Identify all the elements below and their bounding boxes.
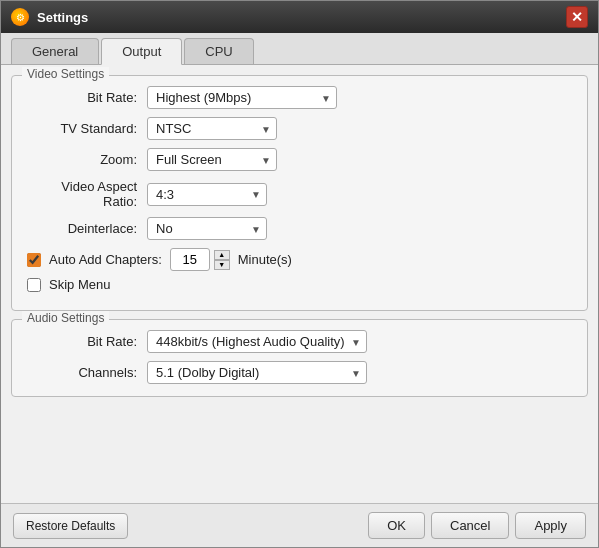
bit-rate-label: Bit Rate:	[27, 90, 147, 105]
content-spacer	[11, 405, 588, 493]
skip-menu-row: Skip Menu	[27, 277, 572, 292]
audio-bit-rate-row: Bit Rate: 448kbit/s (Highest Audio Quali…	[27, 330, 572, 353]
bit-rate-row: Bit Rate: Highest (9Mbps) High (7Mbps) M…	[27, 86, 572, 109]
audio-settings-title: Audio Settings	[22, 311, 109, 325]
close-button[interactable]: ✕	[566, 6, 588, 28]
aspect-ratio-select[interactable]: 4:3 16:9 Auto	[147, 183, 267, 206]
chapters-value-input[interactable]	[170, 248, 210, 271]
zoom-label: Zoom:	[27, 152, 147, 167]
video-settings-section: Video Settings Bit Rate: Highest (9Mbps)…	[11, 75, 588, 311]
footer: Restore Defaults OK Cancel Apply	[1, 503, 598, 547]
restore-defaults-button[interactable]: Restore Defaults	[13, 513, 128, 539]
ok-button[interactable]: OK	[368, 512, 425, 539]
skip-menu-checkbox[interactable]	[27, 278, 41, 292]
tv-standard-row: TV Standard: NTSC PAL SECAM	[27, 117, 572, 140]
deinterlace-label: Deinterlace:	[27, 221, 147, 236]
chapters-spinner: ▲ ▼	[214, 250, 230, 270]
window-title: Settings	[37, 10, 566, 25]
zoom-select[interactable]: Full Screen Original Fit to Screen	[147, 148, 277, 171]
audio-settings-section: Audio Settings Bit Rate: 448kbit/s (High…	[11, 319, 588, 397]
audio-bit-rate-label: Bit Rate:	[27, 334, 147, 349]
settings-window: ⚙ Settings ✕ General Output CPU Video Se…	[0, 0, 599, 548]
tv-standard-label: TV Standard:	[27, 121, 147, 136]
video-settings-title: Video Settings	[22, 67, 109, 81]
tab-bar: General Output CPU	[1, 33, 598, 65]
audio-bit-rate-control: 448kbit/s (Highest Audio Quality) 384kbi…	[147, 330, 367, 353]
tab-general[interactable]: General	[11, 38, 99, 64]
channels-control: 5.1 (Dolby Digital) 2.0 (Stereo) 1.0 (Mo…	[147, 361, 367, 384]
audio-bit-rate-select[interactable]: 448kbit/s (Highest Audio Quality) 384kbi…	[147, 330, 367, 353]
tv-standard-select[interactable]: NTSC PAL SECAM	[147, 117, 277, 140]
app-icon: ⚙	[11, 8, 29, 26]
channels-row: Channels: 5.1 (Dolby Digital) 2.0 (Stere…	[27, 361, 572, 384]
skip-menu-label: Skip Menu	[49, 277, 110, 292]
zoom-control: Full Screen Original Fit to Screen	[147, 148, 277, 171]
main-content: Video Settings Bit Rate: Highest (9Mbps)…	[1, 65, 598, 503]
bit-rate-select[interactable]: Highest (9Mbps) High (7Mbps) Medium (5Mb…	[147, 86, 337, 109]
auto-add-chapters-row: Auto Add Chapters: ▲ ▼ Minute(s)	[27, 248, 572, 271]
tab-cpu[interactable]: CPU	[184, 38, 253, 64]
chapters-unit: Minute(s)	[238, 252, 292, 267]
title-bar: ⚙ Settings ✕	[1, 1, 598, 33]
deinterlace-row: Deinterlace: No Yes	[27, 217, 572, 240]
tab-output[interactable]: Output	[101, 38, 182, 65]
footer-actions: OK Cancel Apply	[368, 512, 586, 539]
channels-select[interactable]: 5.1 (Dolby Digital) 2.0 (Stereo) 1.0 (Mo…	[147, 361, 367, 384]
auto-add-chapters-label: Auto Add Chapters:	[49, 252, 162, 267]
chapters-decrement-button[interactable]: ▼	[214, 260, 230, 270]
chapters-increment-button[interactable]: ▲	[214, 250, 230, 260]
deinterlace-control: No Yes	[147, 217, 267, 240]
tv-standard-control: NTSC PAL SECAM	[147, 117, 277, 140]
auto-add-chapters-checkbox[interactable]	[27, 253, 41, 267]
channels-label: Channels:	[27, 365, 147, 380]
aspect-ratio-control: 4:3 16:9 Auto	[147, 183, 267, 206]
apply-button[interactable]: Apply	[515, 512, 586, 539]
aspect-ratio-row: Video Aspect Ratio: 4:3 16:9 Auto	[27, 179, 572, 209]
bit-rate-control: Highest (9Mbps) High (7Mbps) Medium (5Mb…	[147, 86, 337, 109]
zoom-row: Zoom: Full Screen Original Fit to Screen	[27, 148, 572, 171]
aspect-ratio-label: Video Aspect Ratio:	[27, 179, 147, 209]
cancel-button[interactable]: Cancel	[431, 512, 509, 539]
deinterlace-select[interactable]: No Yes	[147, 217, 267, 240]
